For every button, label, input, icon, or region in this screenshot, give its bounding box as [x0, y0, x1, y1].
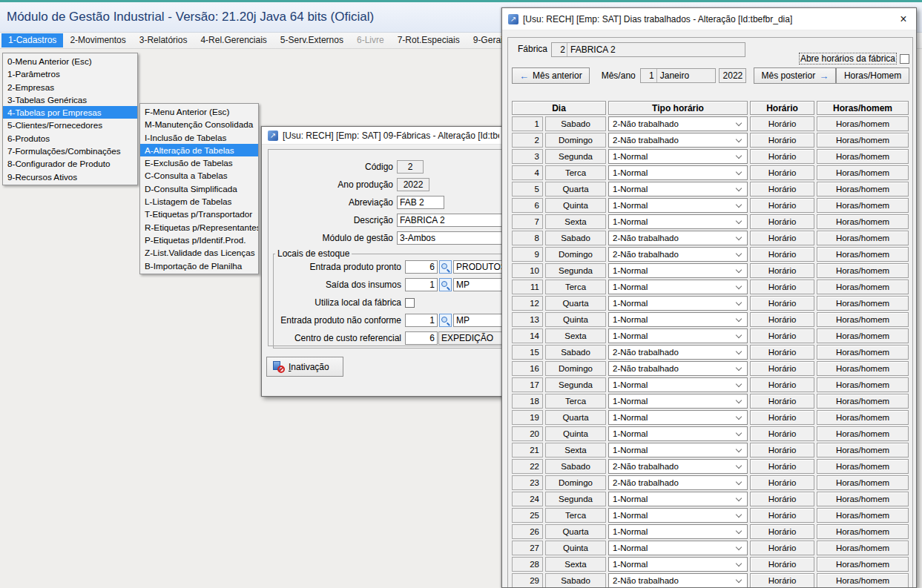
menu-item[interactable]: 1-Parâmetros: [3, 67, 137, 80]
tipo-horario-select[interactable]: 1-Normal: [608, 312, 748, 327]
descricao-input[interactable]: FABRICA 2: [397, 214, 506, 227]
tipo-horario-select[interactable]: 2-Não trabalhado: [608, 573, 748, 588]
menu-item[interactable]: E-Exclusão de Tabelas: [140, 156, 258, 169]
horario-button[interactable]: Horário: [750, 312, 814, 327]
tipo-horario-select[interactable]: 1-Normal: [608, 377, 748, 392]
tipo-horario-select[interactable]: 1-Normal: [608, 280, 748, 294]
horas-homem-row-button[interactable]: Horas/homem: [817, 459, 909, 474]
tipo-horario-select[interactable]: 2-Não trabalhado: [608, 231, 748, 245]
tipo-horario-select[interactable]: 1-Normal: [608, 214, 748, 229]
horario-button[interactable]: Horário: [750, 443, 814, 457]
tipo-horario-select[interactable]: 1-Normal: [608, 165, 748, 180]
horario-button[interactable]: Horário: [750, 345, 814, 360]
horario-button[interactable]: Horário: [750, 214, 814, 229]
horario-button[interactable]: Horário: [750, 541, 814, 555]
tipo-horario-select[interactable]: 2-Não trabalhado: [608, 133, 748, 148]
menubar-item[interactable]: 7-Rot.Especiais: [391, 33, 467, 47]
horas-homem-row-button[interactable]: Horas/homem: [817, 557, 909, 572]
horario-button[interactable]: Horário: [750, 231, 814, 245]
tipo-horario-select[interactable]: 1-Normal: [608, 182, 748, 196]
horas-homem-row-button[interactable]: Horas/homem: [817, 312, 909, 327]
menu-item[interactable]: B-Importação de Planilha: [140, 260, 258, 272]
tipo-horario-select[interactable]: 2-Não trabalhado: [608, 459, 748, 474]
horas-homem-row-button[interactable]: Horas/homem: [817, 296, 909, 311]
menu-item[interactable]: P-Etiquetas p/Identif.Prod.: [140, 234, 258, 246]
menubar-item[interactable]: 4-Rel.Gerenciais: [194, 33, 273, 47]
menubar-item[interactable]: 6-Livre: [350, 33, 391, 47]
menu-item[interactable]: 3-Tabelas Genéricas: [3, 93, 137, 106]
menu-item[interactable]: 4-Tabelas por Empresas: [3, 106, 137, 119]
inativacao-button[interactable]: Inativação: [266, 357, 343, 377]
tipo-horario-select[interactable]: 1-Normal: [608, 541, 748, 555]
menu-item[interactable]: 0-Menu Anterior (Esc): [3, 55, 137, 67]
horario-button[interactable]: Horário: [750, 296, 814, 311]
menu-item[interactable]: 5-Clientes/Fornecedores: [3, 119, 137, 131]
horario-button[interactable]: Horário: [750, 475, 814, 490]
menu-item[interactable]: M-Manutenção Consolidada: [140, 118, 258, 131]
tipo-horario-select[interactable]: 2-Não trabalhado: [608, 116, 748, 131]
horas-homem-row-button[interactable]: Horas/homem: [817, 492, 909, 506]
menu-item[interactable]: 2-Empresas: [3, 81, 137, 93]
entrada-nc-num-input[interactable]: 1: [405, 314, 438, 327]
horario-button[interactable]: Horário: [750, 328, 814, 343]
horas-homem-row-button[interactable]: Horas/homem: [817, 328, 909, 343]
horas-homem-row-button[interactable]: Horas/homem: [817, 345, 909, 360]
horario-button[interactable]: Horário: [750, 133, 814, 148]
tipo-horario-select[interactable]: 1-Normal: [608, 508, 748, 523]
dias-dialog-titlebar[interactable]: [Usu: RECH] [Emp: SAT] Dias trabalhados …: [502, 8, 916, 30]
tipo-horario-select[interactable]: 1-Normal: [608, 296, 748, 311]
menu-item[interactable]: D-Consulta Simplificada: [140, 182, 258, 195]
horas-homem-row-button[interactable]: Horas/homem: [817, 475, 909, 490]
horario-button[interactable]: Horário: [750, 149, 814, 164]
horario-button[interactable]: Horário: [750, 263, 814, 278]
mes-anterior-button[interactable]: ← Mês anterior: [512, 67, 590, 84]
menubar-item[interactable]: 2-Movimentos: [63, 33, 132, 47]
horas-homem-row-button[interactable]: Horas/homem: [817, 426, 909, 441]
menu-item[interactable]: 8-Configurador de Produto: [3, 157, 137, 170]
horas-homem-row-button[interactable]: Horas/homem: [817, 133, 909, 148]
close-icon[interactable]: [897, 13, 910, 26]
tipo-horario-select[interactable]: 2-Não trabalhado: [608, 475, 748, 490]
menu-item[interactable]: C-Consulta a Tabelas: [140, 169, 258, 182]
abre-horarios-checkbox[interactable]: [900, 54, 909, 64]
horas-homem-row-button[interactable]: Horas/homem: [817, 524, 909, 539]
horas-homem-row-button[interactable]: Horas/homem: [817, 377, 909, 392]
tipo-horario-select[interactable]: 1-Normal: [608, 394, 748, 409]
horario-button[interactable]: Horário: [750, 361, 814, 376]
horario-button[interactable]: Horário: [750, 198, 814, 213]
horas-homem-row-button[interactable]: Horas/homem: [817, 231, 909, 245]
tipo-horario-select[interactable]: 1-Normal: [608, 263, 748, 278]
centro-custo-num-input[interactable]: 6: [405, 331, 438, 345]
horas-homem-row-button[interactable]: Horas/homem: [817, 573, 909, 588]
horario-button[interactable]: Horário: [750, 410, 814, 425]
horario-button[interactable]: Horário: [750, 524, 814, 539]
tipo-horario-select[interactable]: 1-Normal: [608, 557, 748, 572]
horas-homem-row-button[interactable]: Horas/homem: [817, 263, 909, 278]
horario-button[interactable]: Horário: [750, 557, 814, 572]
horario-button[interactable]: Horário: [750, 247, 814, 262]
abreviacao-input[interactable]: FAB 2: [397, 196, 444, 209]
tipo-horario-select[interactable]: 1-Normal: [608, 198, 748, 213]
horario-button[interactable]: Horário: [750, 116, 814, 131]
horas-homem-top-button[interactable]: Horas/Homem: [836, 67, 909, 84]
horas-homem-row-button[interactable]: Horas/homem: [817, 214, 909, 229]
horas-homem-row-button[interactable]: Horas/homem: [817, 280, 909, 294]
menu-item[interactable]: 7-Formulações/Combinações: [3, 145, 137, 157]
horas-homem-row-button[interactable]: Horas/homem: [817, 182, 909, 196]
menu-item[interactable]: T-Etiquetas p/Transportador: [140, 208, 258, 220]
horas-homem-row-button[interactable]: Horas/homem: [817, 508, 909, 523]
entrada-pronto-lookup-button[interactable]: [439, 260, 452, 274]
horario-button[interactable]: Horário: [750, 377, 814, 392]
horario-button[interactable]: Horário: [750, 492, 814, 506]
tipo-horario-select[interactable]: 1-Normal: [608, 149, 748, 164]
tipo-horario-select[interactable]: 1-Normal: [608, 410, 748, 425]
tipo-horario-select[interactable]: 1-Normal: [608, 426, 748, 441]
menu-item[interactable]: 6-Produtos: [3, 132, 137, 145]
horas-homem-row-button[interactable]: Horas/homem: [817, 394, 909, 409]
tipo-horario-select[interactable]: 2-Não trabalhado: [608, 361, 748, 376]
mes-posterior-button[interactable]: Mês posterior →: [754, 67, 836, 84]
menu-item[interactable]: F-Menu Anterior (Esc): [140, 105, 258, 118]
horas-homem-row-button[interactable]: Horas/homem: [817, 247, 909, 262]
horas-homem-row-button[interactable]: Horas/homem: [817, 410, 909, 425]
saida-insumos-lookup-button[interactable]: [439, 278, 452, 291]
